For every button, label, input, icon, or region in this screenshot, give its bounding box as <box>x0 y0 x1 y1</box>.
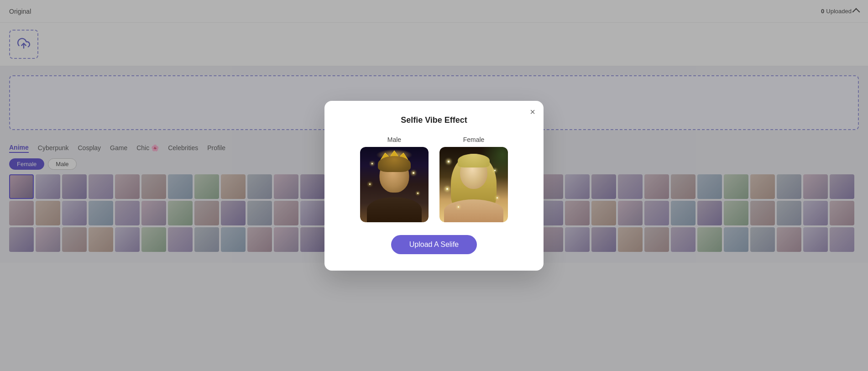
male-portrait-bg <box>360 147 429 222</box>
modal-overlay[interactable]: × Selfie Vibe Effect Male <box>0 0 868 371</box>
modal-gender-row: Male <box>343 136 525 222</box>
sparkle-3 <box>369 183 371 185</box>
female-preview <box>439 147 508 222</box>
modal-close-button[interactable]: × <box>530 107 535 116</box>
body <box>367 197 422 222</box>
female-body <box>444 199 503 222</box>
female-portrait-bg <box>439 147 508 222</box>
sparkle-1 <box>371 163 373 164</box>
sparkle-f5 <box>458 206 459 208</box>
female-label: Female <box>463 136 485 143</box>
male-label: Male <box>387 136 401 143</box>
hair <box>378 156 411 172</box>
modal-title: Selfie Vibe Effect <box>343 115 525 125</box>
sparkle-f1 <box>448 161 450 162</box>
female-preview-col: Female <box>439 136 508 222</box>
hair-front <box>458 154 490 167</box>
upload-selfie-button[interactable]: Upload A Selife <box>391 235 477 254</box>
sparkle-2 <box>413 172 414 174</box>
selfie-vibe-modal: × Selfie Vibe Effect Male <box>324 101 544 271</box>
sparkle-f3 <box>446 188 448 190</box>
sparkle-f4 <box>497 197 498 199</box>
sparkle-f2 <box>494 170 496 171</box>
sparkle-4 <box>417 193 418 194</box>
male-preview-col: Male <box>360 136 429 222</box>
male-preview <box>360 147 429 222</box>
